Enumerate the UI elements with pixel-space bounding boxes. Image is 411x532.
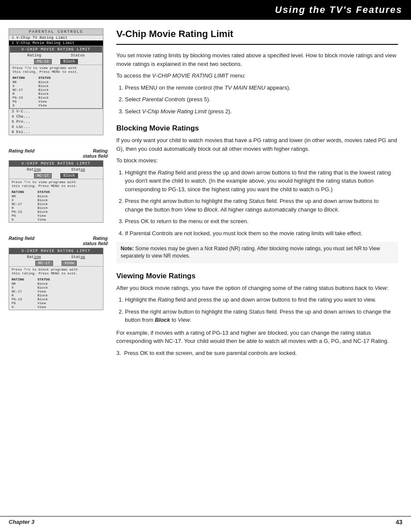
page-footer: Chapter 3 43 xyxy=(0,516,411,526)
selected-rating-box: PG-13 xyxy=(34,59,52,64)
th-status: STATUS xyxy=(38,76,60,80)
submenu-2-note: Press ^/v to view programs withthis rati… xyxy=(9,179,103,189)
screen-2-labels: Rating field Ratingstatus field xyxy=(9,148,108,159)
table-row: PGView xyxy=(12,100,100,103)
section2-title: Blocking Movie Ratings xyxy=(116,124,398,133)
submenu-2-selected-row: NC-17 Block xyxy=(9,173,103,179)
section2-intro: If you only want your child to watch mov… xyxy=(116,136,398,153)
table-row: RBlock xyxy=(12,92,100,96)
table-row: PGView xyxy=(12,214,100,218)
screen-section-3: Rating field Ratingstatus field V-CHIP M… xyxy=(9,236,108,310)
col3-status: Status xyxy=(71,255,85,259)
table-row: XBlock xyxy=(12,286,100,289)
table-col-headers: RATING STATUS xyxy=(12,75,100,80)
col3-rating: Rating xyxy=(27,255,40,259)
table-row: GView xyxy=(12,218,100,221)
table-row: NRBlock xyxy=(12,282,100,286)
col-rating: Rating xyxy=(27,53,41,58)
left-panel: PARENTAL CONTROLS 1 V-Chip TV Rating Lim… xyxy=(0,28,112,361)
screen-mockup-2: V-CHIP MOVIE RATING LIMIT Rating Status … xyxy=(9,160,103,223)
selected-rating-box-3: NC-17 xyxy=(35,261,53,266)
screen-3-labels: Rating field Ratingstatus field xyxy=(9,236,108,246)
table-row: NRBlock xyxy=(12,80,100,84)
table-row: NRBlock xyxy=(12,194,100,198)
table-row: RBlock xyxy=(12,206,100,210)
section2-to-block: To block movies: xyxy=(116,156,398,165)
menu-item-3: 3 V-C... xyxy=(9,109,103,114)
table-col-headers-3: RATING STATUS xyxy=(12,277,100,282)
screen-mockup-3: V-CHIP MOVIE RATING LIMIT Rating Status … xyxy=(9,248,103,310)
selected-rating-box-2: NC-17 xyxy=(34,173,52,178)
selected-status-box-2: Block xyxy=(60,173,78,178)
selected-status-box: Block xyxy=(60,59,78,64)
col-status: Status xyxy=(71,53,84,58)
page-title: Using the TV's Features xyxy=(9,4,402,16)
section1-intro: You set movie rating limits by blocking … xyxy=(116,51,398,68)
section2-step-4: If Parental Controls are not locked, you… xyxy=(125,229,398,238)
menu-item-6: 6 Loc... xyxy=(9,124,103,130)
section1-divider xyxy=(116,44,398,45)
screen-section-2: Rating field Ratingstatus field V-CHIP M… xyxy=(9,148,108,223)
menu-item-0: 0 Exi... xyxy=(9,130,103,135)
section3-steps: Highlight the Rating field and press the… xyxy=(125,296,398,324)
label-rating-status-field-3: Ratingstatus field xyxy=(83,236,108,246)
section2-step-1: Highlight the Rating field and press the… xyxy=(125,168,398,194)
submenu-1-header: V-CHIP MOVIE RATING LIMIT xyxy=(10,47,102,53)
section3-step-1: Highlight the Rating field and press the… xyxy=(125,296,398,304)
screen-section-1: PARENTAL CONTROLS 1 V-Chip TV Rating Lim… xyxy=(9,28,108,135)
table-col-headers-2: RATING STATUS xyxy=(12,190,100,194)
table-row: PG-13Block xyxy=(12,96,100,100)
menu-item-2-selected: 2 V-Chip Movie Rating Limit xyxy=(9,40,103,46)
table-row: NC-17Block xyxy=(12,88,100,92)
label-rating-field-2: Rating field xyxy=(9,148,34,159)
table-row: XBlock xyxy=(12,198,100,202)
submenu-2-header: V-CHIP MOVIE RATING LIMIT xyxy=(9,161,103,167)
th-rating: RATING xyxy=(12,76,30,80)
table-row: PGView xyxy=(12,301,100,305)
footer-page-number: 43 xyxy=(395,519,402,526)
table-row: NC-17View xyxy=(12,289,100,293)
page-body: PARENTAL CONTROLS 1 V-Chip TV Rating Lim… xyxy=(0,20,411,369)
col2-rating: Rating xyxy=(27,168,40,172)
submenu-3-table: RATING STATUS NRBlock XBlock NC-17View R… xyxy=(9,276,103,310)
table-row: GView xyxy=(12,305,100,309)
submenu-1-table: RATING STATUS NRBlock XBlock NC-17Block … xyxy=(10,75,102,108)
section1-title: V-Chip Movie Rating Limit xyxy=(116,28,398,40)
section2-steps: Highlight the Rating field and press the… xyxy=(125,168,398,238)
section1-access-text: To access the V-CHIP MOVIE RATING LIMIT … xyxy=(116,72,398,80)
section3-outro: For example, if movies with a rating of … xyxy=(116,329,398,345)
submenu-2-cols: Rating Status xyxy=(9,167,103,173)
table-row: PG-13Block xyxy=(12,297,100,301)
section2-step-3: Press OK to return to the menu or exit t… xyxy=(125,217,398,226)
table-row: RBlock xyxy=(12,293,100,297)
submenu-1: V-CHIP MOVIE RATING LIMIT Rating Status … xyxy=(9,46,103,109)
table-row: NC-17Block xyxy=(12,202,100,206)
screen-mockup-1: PARENTAL CONTROLS 1 V-Chip TV Rating Lim… xyxy=(9,28,103,135)
section3-intro: After you block movie ratings, you have … xyxy=(116,284,398,292)
page-header: Using the TV's Features xyxy=(0,0,411,20)
footer-chapter-label: Chapter 3 xyxy=(9,519,34,526)
table-row: XBlock xyxy=(12,84,100,88)
menu-item-4: 4 Cha... xyxy=(9,114,103,119)
section1-step-1: Press MENU on the remote control (the TV… xyxy=(125,84,398,92)
submenu-1-selected-row: PG-13 Block xyxy=(10,59,102,65)
label-rating-field-3: Rating field xyxy=(9,236,34,246)
submenu-3-cols: Rating Status xyxy=(9,254,103,260)
table-row: PG-13Block xyxy=(12,210,100,214)
section1-step-2: Select Parental Controls (press 5). xyxy=(125,95,398,104)
section2-note: Note: Some movies may be given a Not Rat… xyxy=(116,242,398,263)
section1-step-3: Select V-Chip Movie Rating Limit (press … xyxy=(125,107,398,116)
submenu-2-table: RATING STATUS NRBlock XBlock NC-17Block … xyxy=(9,189,103,222)
submenu-1-note: Press ^/v to view programs withthis rati… xyxy=(10,65,102,75)
menu-item-1: 1 V-Chip TV Rating Limit xyxy=(9,35,103,40)
label-rating-status-field-2: Ratingstatus field xyxy=(83,148,108,159)
right-panel: V-Chip Movie Rating Limit You set movie … xyxy=(112,28,411,361)
table-row: GView xyxy=(12,103,100,107)
submenu-1-cols: Rating Status xyxy=(10,53,102,59)
selected-status-box-3: View xyxy=(62,261,77,266)
submenu-3-selected-row: NC-17 View xyxy=(9,260,103,266)
col2-status: Status xyxy=(71,168,85,172)
menu-item-5: 5 Pro... xyxy=(9,119,103,124)
section2-step-2: Press the right arrow button to highligh… xyxy=(125,197,398,214)
section3-step-2: Press the right arrow button to highligh… xyxy=(125,308,398,324)
